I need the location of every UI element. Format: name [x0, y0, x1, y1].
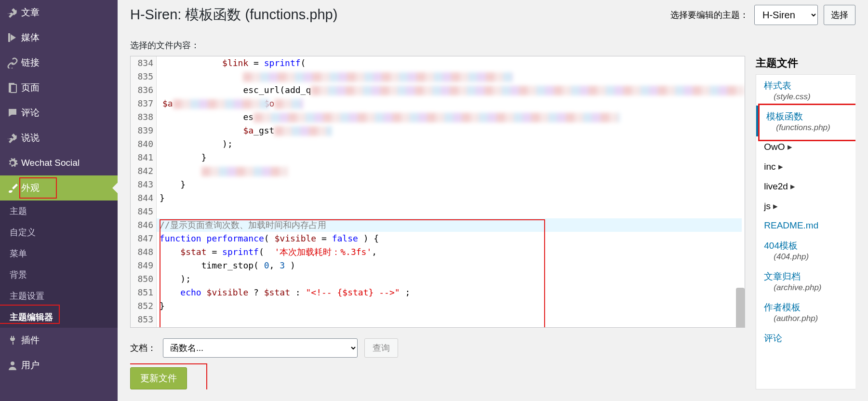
- cmt-icon: [7, 107, 21, 119]
- line-number: 843: [131, 178, 153, 191]
- theme-file-item-7[interactable]: 404模板 (404.php): [756, 235, 855, 266]
- sidebar-item-1[interactable]: 媒体: [0, 25, 118, 50]
- code-line[interactable]: [160, 70, 745, 83]
- code-gutter: 8348358368378388398408418428438448458468…: [131, 56, 157, 327]
- line-number: 839: [131, 124, 153, 137]
- theme-select-label: 选择要编辑的主题：: [670, 9, 748, 21]
- code-line[interactable]: esc_url(add_q: [160, 83, 745, 97]
- code-line[interactable]: );: [160, 137, 745, 151]
- pin-icon: [7, 132, 21, 144]
- sidebar-subitem-4[interactable]: 主题设置: [0, 285, 118, 307]
- theme-file-item-9[interactable]: 作者模板 (author.php): [756, 296, 855, 327]
- sidebar-item-6[interactable]: Wechat Social: [0, 150, 118, 175]
- theme-file-label: js: [764, 201, 778, 211]
- theme-select-button[interactable]: 选择: [824, 5, 855, 25]
- line-number: 836: [131, 83, 153, 97]
- theme-file-list: 样式表 (style.css) 模板函数 (functions.php) OwO…: [756, 75, 855, 348]
- plug-icon: [7, 334, 21, 346]
- code-editor[interactable]: 8348358368378388398408418428438448458468…: [130, 56, 745, 328]
- sidebar-item-4[interactable]: 评论: [0, 100, 118, 125]
- line-number: 853: [131, 313, 153, 326]
- line-number: 851: [131, 286, 153, 299]
- doc-lookup-button[interactable]: 查询: [364, 338, 398, 358]
- theme-file-item-8[interactable]: 文章归档 (archive.php): [756, 266, 855, 296]
- gear-icon: [7, 157, 21, 169]
- code-line[interactable]: $stat = sprintf( '本次加载耗时：%.3fs',: [160, 245, 745, 259]
- update-file-button[interactable]: 更新文件: [130, 367, 187, 389]
- line-number: 837: [131, 97, 153, 110]
- sidebar-item-2[interactable]: 链接: [0, 50, 118, 75]
- sidebar-item-label: 评论: [21, 107, 40, 119]
- redacted-content: [243, 72, 513, 82]
- theme-file-label: inc: [764, 161, 783, 172]
- theme-file-item-10[interactable]: 评论: [756, 327, 855, 348]
- theme-file-item-3[interactable]: inc: [756, 156, 855, 176]
- theme-file-label: 文章归档: [764, 271, 801, 281]
- highlight-box-file: [758, 104, 855, 141]
- line-number: 835: [131, 70, 153, 83]
- sidebar-item-3[interactable]: 页面: [0, 75, 118, 100]
- sidebar-subitem-2[interactable]: 菜单: [0, 243, 118, 264]
- theme-select[interactable]: H-Siren: [754, 5, 818, 25]
- main-area: H-Siren: 模板函数 (functions.php) 选择要编辑的主题： …: [118, 0, 868, 401]
- media-icon: [7, 32, 21, 43]
- code-line[interactable]: es: [160, 110, 745, 124]
- theme-file-item-6[interactable]: README.md: [756, 215, 855, 235]
- sidebar-item-7[interactable]: 外观: [0, 175, 118, 200]
- sidebar-item-label: 外观: [21, 182, 40, 194]
- doc-select[interactable]: 函数名...: [163, 338, 358, 358]
- redacted-content: [274, 126, 332, 136]
- file-content-label: 选择的文件内容：: [130, 40, 855, 51]
- theme-file-label: OwO: [764, 142, 792, 152]
- theme-file-label: 评论: [764, 333, 782, 343]
- code-line[interactable]: $link = sprintf(: [160, 56, 745, 70]
- brush-icon: [7, 182, 21, 194]
- code-line[interactable]: $a_gst: [160, 124, 745, 137]
- code-line[interactable]: [160, 205, 745, 218]
- sidebar-item-label: 链接: [21, 56, 40, 69]
- theme-file-item-2[interactable]: OwO: [756, 136, 855, 156]
- sidebar-item-label: 文章: [21, 6, 40, 19]
- page-title: H-Siren: 模板函数 (functions.php): [130, 5, 337, 25]
- sidebar-tail-item-0[interactable]: 插件: [0, 328, 118, 353]
- redacted-content: [254, 113, 620, 122]
- code-line[interactable]: [160, 164, 745, 178]
- theme-file-label: 404模板: [764, 241, 798, 251]
- theme-file-label: live2d: [764, 181, 795, 191]
- code-line[interactable]: }: [160, 191, 745, 205]
- code-line[interactable]: function performance( $visible = false )…: [160, 232, 745, 245]
- line-number: 838: [131, 110, 153, 124]
- scrollbar-thumb[interactable]: [736, 288, 745, 328]
- line-number: 834: [131, 56, 153, 70]
- code-line[interactable]: //显示页面查询次数、加载时间和内存占用: [157, 218, 742, 232]
- sidebar-subitem-3[interactable]: 背景: [0, 264, 118, 285]
- sidebar-item-0[interactable]: 文章: [0, 0, 118, 25]
- theme-file-item-1[interactable]: 模板函数 (functions.php): [756, 106, 855, 136]
- code-line[interactable]: );: [160, 272, 745, 286]
- code-line[interactable]: }: [160, 178, 745, 191]
- theme-file-item-0[interactable]: 样式表 (style.css): [756, 75, 855, 106]
- theme-file-item-5[interactable]: js: [756, 196, 855, 215]
- theme-files-heading: 主题文件: [756, 56, 855, 70]
- theme-file-name: (404.php): [764, 252, 855, 262]
- sidebar-item-label: 页面: [21, 81, 40, 94]
- page-icon: [7, 82, 21, 94]
- theme-file-name: (functions.php): [766, 123, 855, 133]
- line-number: 849: [131, 259, 153, 272]
- redacted-content: [274, 99, 303, 109]
- line-number: 840: [131, 137, 153, 151]
- sidebar-subitem-5[interactable]: 主题编辑器: [0, 307, 118, 328]
- sidebar-subitem-0[interactable]: 主题: [0, 200, 118, 222]
- sidebar-tail-item-1[interactable]: 用户: [0, 353, 118, 378]
- sidebar-item-5[interactable]: 说说: [0, 125, 118, 150]
- code-line[interactable]: [160, 313, 745, 326]
- theme-file-item-4[interactable]: live2d: [756, 176, 855, 196]
- code-line[interactable]: timer_stop( 0, 3 ): [160, 259, 745, 272]
- code-line[interactable]: }: [160, 299, 745, 313]
- sidebar-item-label: 媒体: [21, 31, 40, 44]
- theme-file-column: 主题文件 样式表 (style.css) 模板函数 (functions.php…: [756, 56, 855, 389]
- code-line[interactable]: }: [160, 151, 745, 164]
- sidebar-subitem-1[interactable]: 自定义: [0, 222, 118, 243]
- sidebar-item-label: 用户: [21, 359, 40, 372]
- code-line[interactable]: echo $visible ? $stat : "<!-- {$stat} --…: [160, 286, 745, 299]
